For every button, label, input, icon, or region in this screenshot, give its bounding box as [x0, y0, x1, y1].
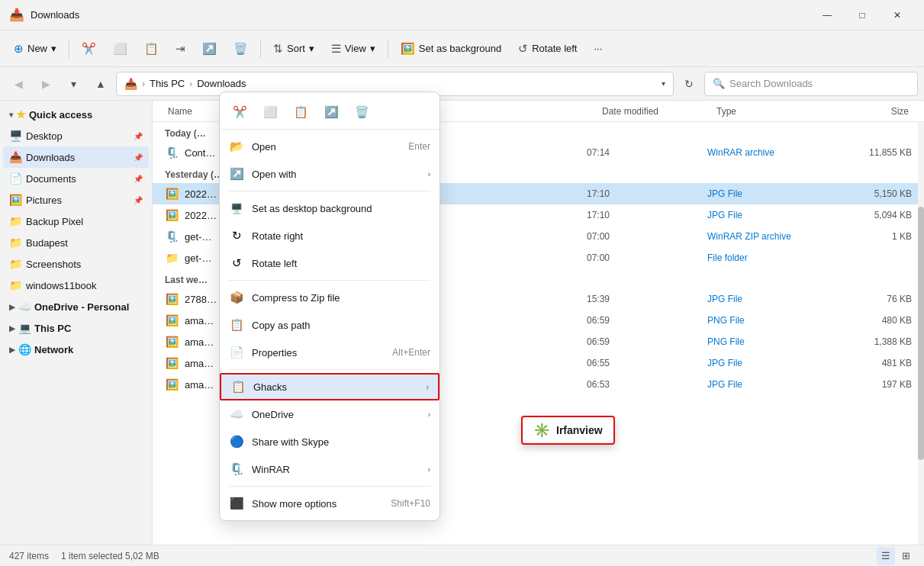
ctx-ghacks-icon: 📋: [230, 379, 246, 394]
set-background-label: Set as background: [419, 43, 501, 54]
status-bar: 427 items 1 item selected 5,02 MB ☰ ⊞: [0, 545, 924, 566]
ctx-onedrive-icon: ☁️: [229, 407, 244, 422]
downloads-pin-icon: 📌: [134, 153, 143, 162]
recent-button[interactable]: ▾: [61, 72, 85, 96]
file-type: File folder: [707, 252, 829, 263]
ctx-rotate-left[interactable]: ↺ Rotate left: [220, 249, 439, 277]
sidebar-budapest-label: Budapest: [26, 237, 143, 249]
ctx-properties-label: Properties: [252, 347, 385, 359]
title-bar-icon: 📥: [9, 8, 24, 22]
quick-access-expand-icon: ▾: [9, 111, 13, 119]
ctx-cut-button[interactable]: ✂️: [227, 100, 252, 124]
context-menu: ✂️ ⬜ 📋 ↗️ 🗑️ 📂 Open Enter ↗️ Open with ›…: [219, 92, 440, 521]
file-type: PNG File: [707, 315, 829, 326]
ctx-open-label: Open: [252, 141, 401, 153]
close-button[interactable]: ✕: [880, 3, 915, 27]
more-button[interactable]: ···: [586, 35, 610, 63]
ctx-show-more[interactable]: ⬛ Show more options Shift+F10: [220, 490, 439, 517]
cut-button[interactable]: ✂️: [74, 35, 104, 63]
minimize-button[interactable]: —: [810, 3, 845, 27]
file-size: 5,150 KB: [835, 188, 912, 199]
ctx-open[interactable]: 📂 Open Enter: [220, 133, 439, 160]
sidebar-item-desktop[interactable]: 🖥️ Desktop 📌: [3, 125, 149, 146]
sidebar-item-documents[interactable]: 📄 Documents 📌: [3, 168, 149, 189]
ctx-winrar[interactable]: 🗜️ WinRAR ›: [220, 455, 439, 483]
ctx-share-skype[interactable]: 🔵 Share with Skype: [220, 428, 439, 455]
sidebar-item-windows11book[interactable]: 📁 windows11book: [3, 275, 149, 296]
view-button[interactable]: ☰ View ▾: [324, 35, 383, 63]
ctx-paste-button[interactable]: 📋: [288, 100, 313, 124]
ctx-set-desktop-bg[interactable]: 🖥️ Set as desktop background: [220, 195, 439, 222]
address-icon: 📥: [124, 78, 137, 90]
col-header-size[interactable]: Size: [835, 106, 912, 117]
sidebar-item-budapest[interactable]: 📁 Budapest: [3, 232, 149, 253]
ctx-compress-zip[interactable]: 📦 Compress to Zip file: [220, 284, 439, 311]
refresh-button[interactable]: ↻: [677, 72, 701, 96]
search-bar[interactable]: 🔍 Search Downloads: [704, 72, 918, 96]
list-view-button[interactable]: ☰: [877, 547, 895, 565]
search-placeholder: Search Downloads: [729, 78, 813, 89]
file-icon: 🖼️: [165, 209, 179, 221]
ctx-copy-path[interactable]: 📋 Copy as path: [220, 311, 439, 339]
ctx-properties[interactable]: 📄 Properties Alt+Enter: [220, 339, 439, 366]
view-chevron: ▾: [370, 43, 375, 54]
ctx-ghacks[interactable]: 📋 Ghacks ›: [220, 373, 439, 400]
onedrive-header[interactable]: ▶ ☁️ OneDrive - Personal: [3, 296, 149, 317]
network-header[interactable]: ▶ 🌐 Network: [3, 339, 149, 360]
ctx-onedrive[interactable]: ☁️ OneDrive ›: [220, 400, 439, 428]
paste-button[interactable]: 📋: [137, 35, 166, 63]
quick-access-header[interactable]: ▾ ★ Quick access: [3, 104, 149, 125]
file-size: 481 KB: [835, 358, 912, 368]
forward-button[interactable]: ▶: [34, 72, 58, 96]
ctx-open-with[interactable]: ↗️ Open with ›: [220, 160, 439, 188]
sidebar-item-screenshots[interactable]: 📁 Screenshots: [3, 253, 149, 275]
copy-icon: ⬜: [113, 42, 127, 56]
ctx-show-more-shortcut: Shift+F10: [391, 498, 430, 509]
address-this-pc: This PC: [150, 78, 185, 89]
file-date: 15:39: [587, 294, 701, 304]
move-button[interactable]: ⇥: [168, 35, 193, 63]
back-button[interactable]: ◀: [6, 72, 31, 96]
sort-chevron: ▾: [309, 43, 314, 54]
sidebar-desktop-label: Desktop: [26, 130, 129, 142]
sidebar-item-downloads[interactable]: 📥 Downloads 📌: [3, 146, 149, 168]
ctx-set-bg-label: Set as desktop background: [252, 203, 430, 214]
irfanview-popup[interactable]: ✳️ Irfanview: [521, 416, 615, 445]
ctx-rotate-right-icon: ↻: [229, 228, 244, 243]
maximize-button[interactable]: □: [845, 3, 880, 27]
move-icon: ⇥: [175, 42, 185, 56]
ctx-sep-1: [229, 191, 430, 191]
ctx-share-button[interactable]: ↗️: [319, 100, 343, 124]
sort-icon: ⇅: [273, 42, 283, 56]
grid-view-button[interactable]: ⊞: [897, 547, 915, 565]
ctx-show-more-icon: ⬛: [229, 496, 244, 511]
col-header-type[interactable]: Type: [713, 106, 835, 117]
up-button[interactable]: ▲: [89, 72, 113, 96]
file-size: 1,388 KB: [835, 336, 912, 347]
sort-button[interactable]: ⇅ Sort ▾: [266, 35, 322, 63]
rotate-left-button[interactable]: ↺ Rotate left: [510, 35, 584, 63]
delete-button[interactable]: 🗑️: [226, 35, 256, 63]
ctx-delete-button[interactable]: 🗑️: [349, 100, 374, 124]
new-button[interactable]: ⊕ New ▾: [6, 35, 64, 63]
ctx-winrar-label: WinRAR: [252, 464, 420, 475]
this-pc-header[interactable]: ▶ 💻 This PC: [3, 317, 149, 339]
col-header-date[interactable]: Date modified: [599, 106, 713, 117]
sidebar-item-backup-pixel[interactable]: 📁 Backup Pixel: [3, 211, 149, 232]
share-button[interactable]: ↗️: [195, 35, 224, 63]
toolbar-sep-2: [260, 40, 261, 58]
ctx-rotate-right[interactable]: ↻ Rotate right: [220, 222, 439, 249]
copy-button[interactable]: ⬜: [105, 35, 135, 63]
more-label: ···: [594, 43, 602, 54]
scrollbar-thumb[interactable]: [918, 207, 924, 460]
sidebar-item-pictures[interactable]: 🖼️ Pictures 📌: [3, 189, 149, 211]
file-type: JPG File: [707, 188, 829, 199]
set-background-button[interactable]: 🖼️ Set as background: [393, 35, 509, 63]
file-type: WinRAR ZIP archive: [707, 231, 829, 242]
ctx-copy-button[interactable]: ⬜: [258, 100, 282, 124]
network-icon: 🌐: [18, 343, 31, 355]
scrollbar-track[interactable]: [918, 122, 924, 545]
file-date: 17:10: [587, 210, 701, 220]
ctx-set-bg-icon: 🖥️: [229, 201, 244, 216]
file-date: 17:10: [587, 188, 701, 199]
